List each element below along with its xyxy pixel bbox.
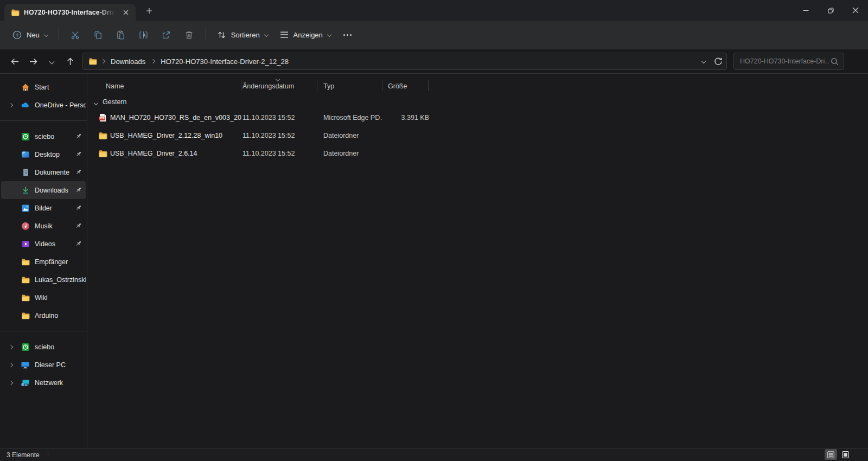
address-bar[interactable]: Downloads HO720-HO730-Interface-Driver-2… [82,53,727,70]
sidebar-item-downloads[interactable]: Downloads [1,181,86,199]
restore-button[interactable] [818,0,843,21]
sidebar-item-wiki[interactable]: Wiki [1,289,86,306]
paste-button[interactable] [110,25,132,44]
breadcrumb-chevron-icon [100,60,106,63]
arrow-left-icon [10,57,20,66]
file-list-pane: Name Änderungsdatum Typ Größe Gestern [87,74,868,448]
sciebo-icon [21,132,30,141]
sidebar-item-videos[interactable]: Videos [1,235,86,253]
column-header-size[interactable]: Größe [382,82,428,90]
copy-button[interactable] [87,25,110,44]
network-icon [21,378,30,387]
explorer-tab[interactable]: HO720-HO730-Interface-Driv [4,4,136,21]
address-dropdown-button[interactable] [696,54,711,68]
cut-button[interactable] [64,25,87,44]
refresh-button[interactable] [711,54,725,68]
sidebar-item-pictures[interactable]: Bilder [1,199,86,217]
sidebar-divider [0,120,87,121]
details-view-button[interactable] [825,449,837,460]
tab-title: HO720-HO730-Interface-Driv [24,9,115,16]
close-window-button[interactable] [843,0,868,21]
rename-button[interactable] [132,25,155,44]
delete-button[interactable] [178,25,201,44]
thumbnails-view-icon [842,451,849,458]
sidebar-item-sciebo[interactable]: sciebo [1,127,86,145]
file-row-pdf[interactable]: PDF MAN_HO720_HO730_RS_de_en_v003_201… 1… [87,108,868,126]
sciebo-icon [21,342,30,351]
pin-icon [75,187,82,193]
window-controls [793,0,868,21]
this-pc-icon [21,360,30,369]
column-header-type[interactable]: Typ [317,82,382,90]
chevron-down-icon [701,59,705,63]
group-header-gestern[interactable]: Gestern [87,94,126,110]
back-button[interactable] [5,52,24,71]
breadcrumb-current-folder[interactable]: HO720-HO730-Interface-Driver-2_12_28 [157,57,292,66]
collapse-chevron-icon[interactable] [94,101,98,105]
chevron-right-icon[interactable] [9,103,13,107]
address-row: Downloads HO720-HO730-Interface-Driver-2… [0,49,868,74]
pin-icon [75,133,82,139]
breadcrumb-downloads[interactable]: Downloads [107,57,149,66]
recent-locations-button[interactable] [42,52,61,71]
sidebar-item-documents[interactable]: Dokumente [1,163,86,181]
search-icon [831,57,839,66]
chevron-right-icon[interactable] [9,344,13,349]
minimize-icon [803,8,809,14]
chevron-right-icon[interactable] [9,362,13,367]
column-header-name[interactable]: Name [87,82,241,90]
sidebar-item-lukas-ostrzinski[interactable]: Lukas_Ostrzinski [1,271,86,289]
up-button[interactable] [61,52,79,71]
file-row-folder-2614[interactable]: USB_HAMEG_Driver_2.6.14 11.10.2023 15:52… [87,144,868,162]
refresh-icon [714,57,723,66]
file-explorer-window: HO720-HO730-Interface-Driv Neu [0,0,868,461]
search-input[interactable] [739,57,831,66]
chevron-down-icon [44,33,48,37]
folder-icon [21,293,30,302]
sort-button[interactable]: Sortieren [211,25,274,44]
sidebar-item-this-pc[interactable]: Dieser PC [1,356,86,374]
close-icon [123,10,129,15]
pin-icon [75,151,82,157]
file-row-folder-win10[interactable]: USB_HAMEG_Driver_2.12.28_win10 11.10.202… [87,126,868,144]
column-divider[interactable] [428,80,429,91]
folder-icon [21,275,30,284]
see-more-button[interactable] [337,34,358,36]
command-bar: Neu Sortieren Anzeigen [0,21,868,49]
view-button-label: Anzeigen [293,31,323,39]
new-button-label: Neu [27,31,40,39]
sort-button-label: Sortieren [231,31,260,39]
search-box[interactable] [733,53,844,70]
chevron-right-icon[interactable] [9,380,13,385]
sidebar-item-network[interactable]: Netzwerk [1,374,86,392]
tab-bar: HO720-HO730-Interface-Driv [0,0,868,21]
folder-icon [98,150,107,157]
toolbar-divider [206,28,206,41]
forward-button[interactable] [24,52,42,71]
sidebar-item-start[interactable]: Start [1,78,86,96]
sidebar-item-arduino[interactable]: Arduino [1,306,86,324]
desktop-icon [21,150,30,159]
new-button[interactable]: Neu [7,25,54,44]
status-bar: 3 Elemente [0,448,868,461]
sidebar-item-sciebo-tree[interactable]: sciebo [1,338,86,356]
sidebar-item-empfaenger[interactable]: Empfänger [1,253,86,271]
sidebar-item-music[interactable]: Musik [1,217,86,235]
thumbnails-view-button[interactable] [839,449,852,460]
navigation-pane: Start OneDrive - Persona sciebo [0,74,87,448]
new-tab-button[interactable] [141,3,157,19]
arrow-right-icon [29,57,38,66]
share-button[interactable] [155,25,178,44]
sidebar-item-desktop[interactable]: Desktop [1,145,86,163]
arrow-up-icon [66,57,75,66]
onedrive-cloud-icon [21,100,30,110]
rename-icon [139,30,148,40]
downloads-icon [21,185,30,195]
sidebar-item-onedrive[interactable]: OneDrive - Persona [1,96,86,114]
tab-close-button[interactable] [119,6,132,19]
chevron-down-icon [264,33,268,37]
minimize-button[interactable] [793,0,818,21]
view-button[interactable]: Anzeigen [274,25,337,44]
column-header-date[interactable]: Änderungsdatum [241,82,317,90]
music-icon [21,221,30,230]
